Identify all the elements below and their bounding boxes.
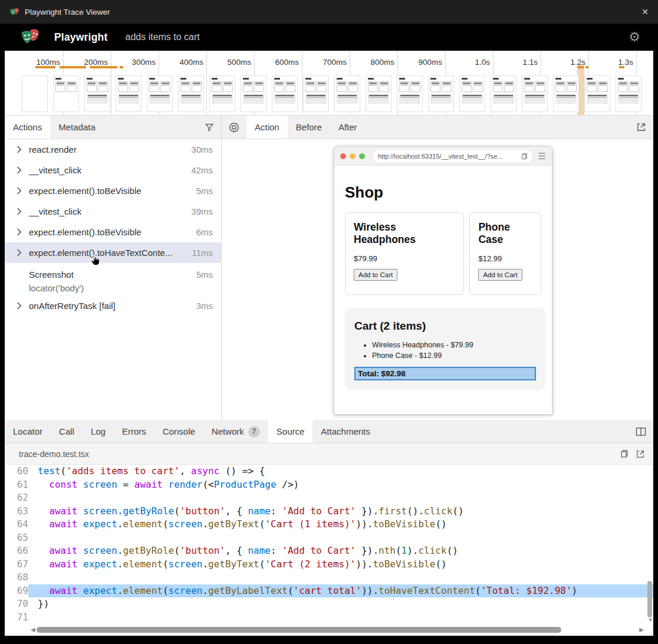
cart-total-highlight: Total: $92.98: [354, 367, 536, 380]
tab-label: Attachments: [321, 426, 370, 436]
tab-errors[interactable]: Errors: [114, 420, 154, 443]
timeline-thumbnail[interactable]: [491, 75, 516, 112]
action-row[interactable]: expect.element().toBeVisible6ms: [5, 222, 221, 242]
timeline-thumbnail[interactable]: [459, 75, 485, 112]
tab-source[interactable]: Source: [268, 420, 313, 443]
timeline-thumbnail[interactable]: [147, 75, 173, 112]
timeline-thumbnail[interactable]: [522, 75, 548, 112]
gear-icon[interactable]: ⚙: [629, 31, 640, 44]
tab-label: Log: [91, 426, 106, 436]
split-view-icon[interactable]: [636, 420, 653, 443]
timeline-thumbnail[interactable]: [116, 75, 142, 112]
snapshot-tabstrip: ActionBeforeAfter: [222, 116, 653, 139]
code-line: 65: [5, 531, 653, 545]
timeline-action-mark: [90, 66, 117, 68]
timeline-thumbnail[interactable]: [366, 75, 391, 112]
timeline-thumbnail[interactable]: [241, 75, 267, 112]
tab-locator[interactable]: Locator: [5, 420, 51, 443]
action-row[interactable]: react.render30ms: [5, 139, 221, 160]
code-text: test('adds items to cart', async () => {: [28, 465, 653, 478]
code-text: await expect.element(screen.getByText('C…: [28, 518, 653, 531]
action-row[interactable]: expect.element().toBeVisible5ms: [5, 180, 221, 201]
url-bar[interactable]: http://localhost:63315/__vitest_test__/?…: [373, 150, 532, 162]
timeline-thumbnail[interactable]: [334, 75, 360, 112]
highlighted-code-text: await expect.element(screen.getByLabelTe…: [28, 584, 653, 598]
tab-label: Errors: [122, 426, 146, 436]
tab-before[interactable]: Before: [288, 116, 330, 139]
tab-after[interactable]: After: [330, 116, 366, 139]
timeline-thumbnail[interactable]: [397, 75, 423, 112]
action-row[interactable]: expect.element().toHaveTextConte...11ms: [5, 242, 221, 263]
tab-network[interactable]: Network7: [203, 420, 268, 443]
url-text: http://localhost:63315/__vitest_test__/?…: [378, 153, 521, 160]
tab-label: Actions: [13, 122, 42, 132]
add-to-cart-button[interactable]: Add to Cart: [478, 269, 522, 281]
code-text: await expect.element(screen.getByText('C…: [28, 558, 653, 571]
action-label: onAfterRetryTask [fail]: [29, 301, 116, 311]
timeline-thumbnail[interactable]: [616, 75, 641, 112]
timeline-action-mark: [120, 66, 123, 68]
action-row[interactable]: __vitest_click42ms: [5, 160, 221, 180]
window-title: Playwright Trace Viewer: [25, 8, 110, 17]
timeline-thumbnail[interactable]: [53, 75, 79, 112]
add-to-cart-button[interactable]: Add to Cart: [354, 269, 397, 281]
code-text: [28, 611, 653, 625]
code-line: 61 const screen = await render(<ProductP…: [5, 478, 653, 492]
window-titlebar: Playwright Trace Viewer ✕: [0, 0, 658, 24]
actions-panel: ActionsMetadata react.render30ms__vitest…: [5, 116, 222, 420]
tab-actions[interactable]: Actions: [5, 116, 50, 139]
copy-source-icon[interactable]: [620, 449, 629, 458]
action-row[interactable]: __vitest_click39ms: [5, 201, 221, 222]
timeline-thumbnail[interactable]: [553, 75, 579, 112]
timeline-thumbnail[interactable]: [272, 75, 298, 112]
timeline-action-mark: [619, 66, 624, 68]
timeline-thumbnails[interactable]: [22, 75, 641, 112]
product-card: Phone Case$12.99Add to Cart: [469, 212, 541, 295]
open-snapshot-external-icon[interactable]: [636, 116, 653, 139]
timeline-thumbnail[interactable]: [22, 75, 48, 112]
action-duration: 5ms: [196, 186, 213, 196]
open-source-external-icon[interactable]: [636, 449, 645, 459]
timeline-thumbnail[interactable]: [303, 75, 329, 112]
timeline-thumbnail[interactable]: [178, 75, 204, 112]
test-title: adds items to cart: [126, 32, 200, 42]
timeline-thumbnail[interactable]: [584, 75, 610, 112]
target-icon[interactable]: [222, 116, 246, 139]
timeline-thumbnail[interactable]: [84, 75, 110, 112]
main-split: ActionsMetadata react.render30ms__vitest…: [5, 116, 653, 420]
line-number: 66: [5, 544, 28, 558]
chevron-right-icon: [17, 166, 22, 174]
tab-action[interactable]: Action: [246, 116, 288, 139]
menu-icon[interactable]: ☰: [538, 152, 546, 160]
tab-log[interactable]: Log: [83, 420, 114, 443]
timeline-action-mark: [60, 66, 86, 68]
tab-call[interactable]: Call: [51, 420, 83, 443]
product-price: $12.99: [478, 254, 532, 263]
line-number: 69: [5, 584, 28, 598]
timeline-thumbnail[interactable]: [209, 75, 235, 112]
vertical-scrollbar-thumb[interactable]: [647, 581, 652, 617]
horizontal-scrollbar[interactable]: ◀ ▶: [5, 624, 653, 636]
line-number: 61: [5, 478, 28, 492]
action-list: react.render30ms__vitest_click42msexpect…: [5, 139, 221, 316]
code-text: [28, 571, 653, 584]
scroll-down-arrow[interactable]: ▼: [649, 617, 652, 623]
cart-section: Cart (2 items) Wireless Headphones - $79…: [345, 308, 545, 390]
action-row[interactable]: onAfterRetryTask [fail]3ms: [5, 295, 221, 316]
code-line: 70}): [5, 597, 653, 611]
timeline-thumbnail[interactable]: [428, 75, 454, 112]
tab-console[interactable]: Console: [154, 420, 203, 443]
horizontal-scrollbar-thumb[interactable]: [37, 627, 561, 633]
tab-label: Network: [212, 426, 244, 436]
tab-metadata[interactable]: Metadata: [50, 116, 104, 139]
tab-attachments[interactable]: Attachments: [312, 420, 378, 443]
tab-label: Locator: [13, 426, 42, 436]
timeline[interactable]: 100ms200ms300ms400ms500ms600ms700ms800ms…: [5, 51, 653, 116]
scroll-left-arrow[interactable]: ◀: [31, 626, 35, 633]
scroll-right-arrow[interactable]: ▶: [639, 626, 644, 633]
tab-label: Metadata: [58, 122, 96, 132]
close-icon[interactable]: ✕: [641, 7, 649, 17]
mac-minimize-dot: [350, 153, 356, 159]
code-line: 68: [5, 571, 653, 584]
filter-icon[interactable]: [205, 116, 221, 139]
